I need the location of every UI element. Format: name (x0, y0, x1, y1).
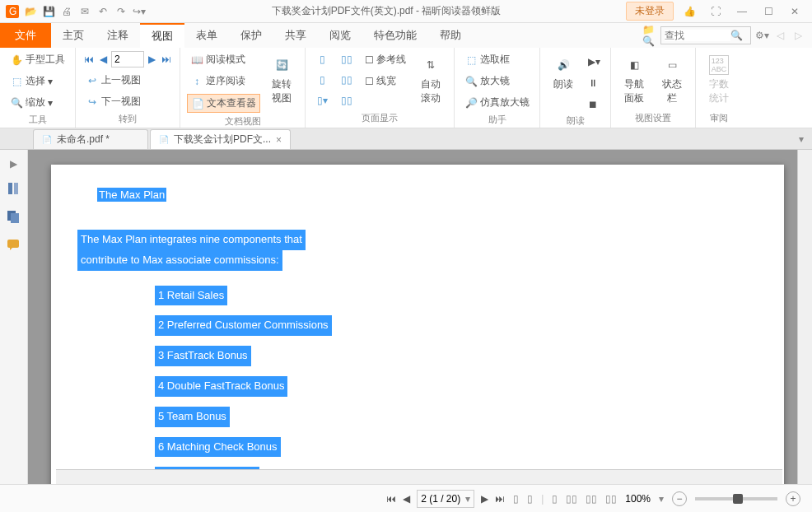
vertical-scrollbar[interactable] (797, 150, 812, 484)
sb-next-page-button[interactable]: ▶ (481, 493, 488, 505)
expand-panel-icon[interactable]: ▶ (10, 158, 17, 170)
prev-result-icon[interactable]: ◁ (772, 28, 787, 43)
layout-2-button[interactable]: ▯ (312, 72, 332, 88)
zoom-icon: 🔍 (10, 96, 23, 109)
sb-layout-2-icon[interactable]: ▯ (527, 493, 533, 505)
read-mode-button[interactable]: 📖阅读模式 (187, 51, 260, 68)
sb-layout-1-icon[interactable]: ▯ (513, 493, 519, 505)
dropdown-icon[interactable]: ↪▾ (132, 4, 147, 19)
search-input[interactable] (665, 30, 730, 41)
speaker-icon: 🔊 (552, 54, 575, 76)
menu-annotate[interactable]: 注释 (96, 23, 140, 48)
doc-intro-2: contribute to Max associate commissions: (77, 250, 282, 271)
menu-protect[interactable]: 保护 (229, 23, 273, 48)
tabs-menu-icon[interactable]: ▾ (799, 133, 804, 145)
open-icon[interactable]: 📂 (23, 4, 38, 19)
sb-layout-5-icon[interactable]: ▯▯ (586, 493, 597, 505)
folder-search-icon[interactable]: 📁🔍 (642, 28, 657, 43)
magnifier-button[interactable]: 🔍放大镜 (461, 72, 533, 90)
document-viewport[interactable]: The Max Plan The Max Plan integrates nin… (28, 150, 797, 484)
layout-3-button[interactable]: ▯▾ (312, 92, 332, 109)
menu-features[interactable]: 特色功能 (362, 23, 428, 48)
prev-view-button[interactable]: ↩上一视图 (82, 72, 173, 89)
sb-layout-4-icon[interactable]: ▯▯ (566, 493, 577, 505)
search-go-icon[interactable]: 🔍 (730, 30, 743, 41)
zoom-level: 100% (625, 493, 651, 505)
file-menu[interactable]: 文件 (0, 23, 51, 48)
read-opt-2[interactable]: ⏸ (585, 76, 604, 91)
zoom-tool-button[interactable]: 🔍缩放▾ (7, 94, 68, 111)
page-number-input[interactable] (111, 51, 144, 67)
thumbs-icon[interactable]: 👍 (679, 2, 700, 21)
last-page-button[interactable]: ⏭ (160, 52, 173, 67)
redo-icon[interactable]: ↷ (114, 4, 128, 19)
reverse-read-button[interactable]: ↕逆序阅读 (187, 72, 260, 90)
first-page-button[interactable]: ⏮ (82, 52, 96, 67)
ribbon-toggle-icon[interactable]: ⛶ (705, 2, 726, 21)
login-badge[interactable]: 未登录 (626, 2, 674, 21)
doc-tab-1[interactable]: 📄 未命名.pdf * (33, 129, 148, 149)
read-opt-3[interactable]: ⏹ (585, 97, 604, 112)
loupe-button[interactable]: 🔎仿真放大镜 (461, 94, 533, 111)
menu-form[interactable]: 表单 (184, 23, 229, 48)
status-bar-button[interactable]: ▭ 状态 栏 (656, 51, 688, 109)
next-page-button[interactable]: ▶ (147, 52, 157, 67)
layout-4-button[interactable]: ▯▯ (337, 51, 357, 67)
menu-bar: 文件 主页 注释 视图 表单 保护 共享 阅览 特色功能 帮助 📁🔍 🔍 ⚙▾ … (0, 23, 812, 48)
hand-tool-button[interactable]: ✋手型工具 (7, 51, 68, 68)
menu-share[interactable]: 共享 (273, 23, 318, 48)
word-count-button[interactable]: 123ABC 字数 统计 (702, 51, 735, 109)
nav-panel-button[interactable]: ◧ 导航 面板 (618, 51, 651, 109)
zoom-in-button[interactable]: + (786, 491, 800, 506)
sb-last-page-button[interactable]: ⏭ (495, 493, 505, 505)
group-label-goto: 转到 (82, 110, 173, 125)
layout-6-button[interactable]: ▯▯ (337, 92, 357, 109)
zoom-slider[interactable] (695, 497, 777, 500)
save-icon[interactable]: 💾 (41, 4, 56, 19)
bookmarks-icon[interactable] (6, 181, 22, 198)
close-icon[interactable]: ✕ (784, 2, 805, 21)
layout-1-button[interactable]: ▯ (312, 51, 332, 67)
marquee-button[interactable]: ⬚选取框 (461, 51, 533, 68)
zoom-out-button[interactable]: − (672, 491, 687, 506)
pages-icon[interactable] (6, 209, 22, 226)
sb-prev-page-button[interactable]: ◀ (403, 493, 410, 505)
content-area: ▶ The Max Plan The Max Plan integrates n… (0, 150, 812, 484)
rotate-view-button[interactable]: 🔄 旋转 视图 (265, 51, 298, 109)
comments-icon[interactable] (6, 237, 22, 254)
maximize-icon[interactable]: ☐ (758, 2, 779, 21)
linewidth-button[interactable]: ☐线宽 (362, 72, 409, 90)
sb-page-indicator[interactable]: 2 (1 / 20)▾ (417, 490, 474, 508)
minimize-icon[interactable]: — (731, 2, 753, 21)
doc-tab-2[interactable]: 📄 下载奖金计划PDF文... × (150, 129, 291, 149)
menu-view[interactable]: 视图 (140, 23, 184, 48)
sb-first-page-button[interactable]: ⏮ (386, 493, 396, 505)
app-logo-icon: G (5, 4, 20, 19)
layout-5-button[interactable]: ▯▯ (337, 72, 357, 88)
zoom-dropdown-icon[interactable]: ▾ (659, 493, 664, 505)
next-view-icon: ↪ (86, 95, 99, 109)
sb-layout-3-icon[interactable]: ▯ (552, 493, 558, 505)
sb-layout-6-icon[interactable]: ▯▯ (605, 493, 617, 505)
zoom-thumb[interactable] (733, 494, 743, 504)
text-viewer-button[interactable]: 📄文本查看器 (187, 94, 260, 113)
title-bar: G 📂 💾 🖨 ✉ ↶ ↷ ↪▾ 下载奖金计划PDF文件(英文).pdf - 福… (0, 0, 812, 23)
menu-home[interactable]: 主页 (51, 23, 96, 48)
prev-page-button[interactable]: ◀ (98, 52, 109, 67)
ruler-button[interactable]: ☐参考线 (362, 51, 409, 68)
print-icon[interactable]: 🖨 (59, 4, 74, 19)
email-icon[interactable]: ✉ (77, 4, 92, 19)
next-view-button[interactable]: ↪下一视图 (82, 93, 173, 110)
settings-icon[interactable]: ⚙▾ (754, 28, 769, 43)
autoscroll-button[interactable]: ⇅ 自动 滚动 (414, 51, 447, 109)
close-tab-icon[interactable]: × (276, 134, 282, 146)
select-tool-button[interactable]: ⬚选择▾ (7, 72, 68, 90)
menu-help[interactable]: 帮助 (428, 23, 473, 48)
search-box[interactable]: 🔍 (660, 26, 751, 44)
read-opt-1[interactable]: ▶▾ (585, 54, 604, 69)
read-aloud-button[interactable]: 🔊 朗读 (547, 51, 580, 95)
next-result-icon[interactable]: ▷ (791, 28, 805, 43)
undo-icon[interactable]: ↶ (96, 4, 110, 19)
horizontal-scrollbar[interactable] (56, 469, 782, 484)
menu-read[interactable]: 阅览 (318, 23, 362, 48)
